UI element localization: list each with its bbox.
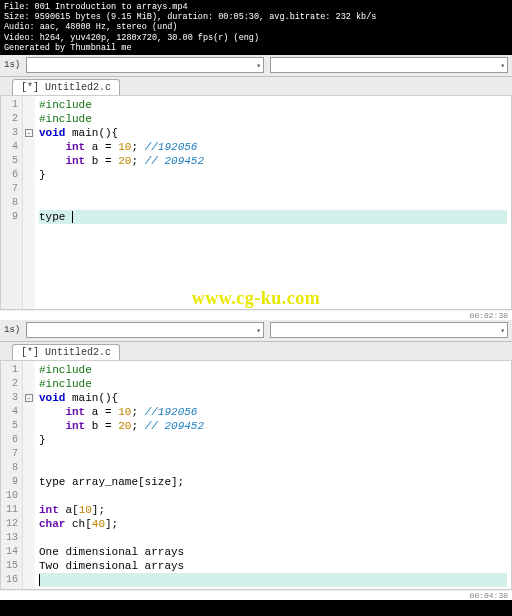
toolbar-label: 1s): [4, 60, 20, 70]
code-area[interactable]: #include#includevoid main(){ int a = 10;…: [35, 361, 511, 589]
file-tab[interactable]: [*] Untitled2.c: [12, 344, 120, 360]
code-line[interactable]: [39, 461, 507, 475]
tab-bar: [*] Untitled2.c: [0, 77, 512, 95]
scope-dropdown-right[interactable]: ▾: [270, 322, 508, 338]
text-cursor: [39, 574, 40, 586]
code-line[interactable]: [39, 531, 507, 545]
toolbar-label: 1s): [4, 325, 20, 335]
code-line[interactable]: }: [39, 168, 507, 182]
code-line[interactable]: #include: [39, 377, 507, 391]
chevron-down-icon: ▾: [256, 61, 261, 70]
file-tab[interactable]: [*] Untitled2.c: [12, 79, 120, 95]
video-metadata-header: File: 001 Introduction to arrays.mp4 Siz…: [0, 0, 512, 55]
line-number-gutter: 12345678910111213141516: [1, 361, 23, 589]
code-editor[interactable]: 12345678910111213141516 - #include#inclu…: [0, 360, 512, 590]
code-editor[interactable]: 123456789 - #include#includevoid main(){…: [0, 95, 512, 310]
code-line[interactable]: char ch[40];: [39, 517, 507, 531]
fold-toggle-icon[interactable]: -: [25, 129, 33, 137]
code-line[interactable]: }: [39, 433, 507, 447]
watermark-text: www.cg-ku.com: [192, 288, 321, 309]
code-line[interactable]: type: [39, 210, 507, 224]
chevron-down-icon: ▾: [500, 326, 505, 335]
code-line[interactable]: int a = 10; //192056: [39, 140, 507, 154]
thumbnail-timestamp: 00:02:30: [0, 310, 512, 320]
code-line[interactable]: int b = 20; // 209452: [39, 154, 507, 168]
meta-video: Video: h264, yuv420p, 1280x720, 30.00 fp…: [4, 33, 508, 43]
code-line[interactable]: int a[10];: [39, 503, 507, 517]
line-number-gutter: 123456789: [1, 96, 23, 309]
scope-dropdown-left[interactable]: ▾: [26, 322, 264, 338]
chevron-down-icon: ▾: [500, 61, 505, 70]
code-line[interactable]: [39, 447, 507, 461]
class-scope-toolbar: 1s)▾▾: [0, 320, 512, 342]
scope-dropdown-left[interactable]: ▾: [26, 57, 264, 73]
class-scope-toolbar: 1s)▾▾: [0, 55, 512, 77]
fold-column: -: [23, 96, 35, 309]
fold-column: -: [23, 361, 35, 589]
code-line[interactable]: One dimensional arrays: [39, 545, 507, 559]
tab-bar: [*] Untitled2.c: [0, 342, 512, 360]
code-line[interactable]: [39, 182, 507, 196]
chevron-down-icon: ▾: [256, 326, 261, 335]
code-line[interactable]: int a = 10; //192056: [39, 405, 507, 419]
fold-toggle-icon[interactable]: -: [25, 394, 33, 402]
code-line[interactable]: void main(){: [39, 126, 507, 140]
code-line[interactable]: #include: [39, 363, 507, 377]
meta-file: File: 001 Introduction to arrays.mp4: [4, 2, 508, 12]
code-line[interactable]: type array_name[size];: [39, 475, 507, 489]
code-line[interactable]: [39, 196, 507, 210]
meta-size: Size: 9590615 bytes (9.15 MiB), duration…: [4, 12, 508, 22]
code-line[interactable]: #include: [39, 112, 507, 126]
code-line[interactable]: int b = 20; // 209452: [39, 419, 507, 433]
code-line[interactable]: Two dimensional arrays: [39, 559, 507, 573]
code-line[interactable]: #include: [39, 98, 507, 112]
code-area[interactable]: #include#includevoid main(){ int a = 10;…: [35, 96, 511, 309]
text-cursor: [72, 211, 73, 223]
code-line[interactable]: [39, 489, 507, 503]
scope-dropdown-right[interactable]: ▾: [270, 57, 508, 73]
code-line[interactable]: [39, 573, 507, 587]
code-line[interactable]: void main(){: [39, 391, 507, 405]
meta-generated: Generated by Thumbnail me: [4, 43, 508, 53]
thumbnail-timestamp: 00:04:30: [0, 590, 512, 600]
meta-audio: Audio: aac, 48000 Hz, stereo (und): [4, 22, 508, 32]
